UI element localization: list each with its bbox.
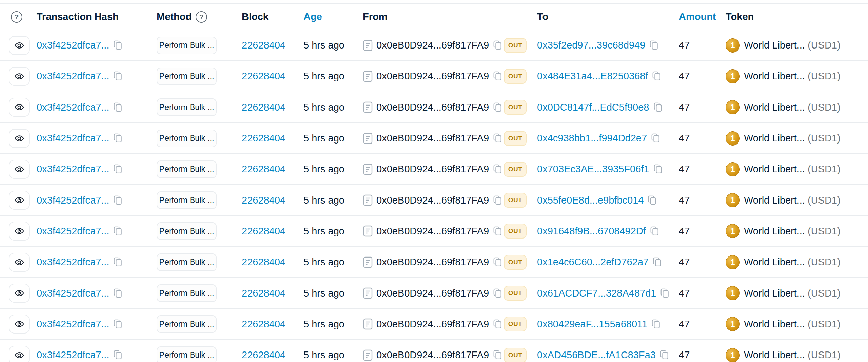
preview-tx-button[interactable]: [9, 222, 30, 241]
block-link[interactable]: 22628404: [242, 40, 285, 51]
copy-from-address-button[interactable]: [492, 256, 503, 268]
preview-tx-button[interactable]: [9, 129, 30, 148]
to-address-link[interactable]: 0x0DC8147f...EdC5f90e8: [537, 102, 649, 113]
copy-tx-hash-button[interactable]: [113, 40, 123, 51]
copy-tx-hash-button[interactable]: [113, 256, 123, 268]
copy-to-address-button[interactable]: [651, 71, 662, 82]
question-circle-icon[interactable]: ?: [11, 11, 22, 23]
preview-tx-button[interactable]: [9, 346, 30, 362]
copy-to-address-button[interactable]: [647, 195, 657, 206]
token-name-link[interactable]: World Libert...: [744, 319, 805, 330]
token-name-link[interactable]: World Libert...: [744, 71, 805, 82]
copy-from-address-button[interactable]: [492, 71, 503, 82]
block-link[interactable]: 22628404: [242, 164, 285, 175]
copy-to-address-button[interactable]: [652, 256, 663, 268]
tx-hash-link[interactable]: 0x3f4252dfca7...: [37, 195, 109, 206]
tx-hash-link[interactable]: 0x3f4252dfca7...: [37, 349, 109, 361]
method-filter-button[interactable]: Perform Bulk ...: [157, 68, 217, 85]
token-name-link[interactable]: World Libert...: [744, 256, 805, 268]
tx-hash-link[interactable]: 0x3f4252dfca7...: [37, 319, 109, 330]
copy-tx-hash-button[interactable]: [113, 133, 123, 144]
copy-from-address-button[interactable]: [492, 195, 503, 206]
copy-to-address-button[interactable]: [659, 349, 670, 361]
tx-hash-link[interactable]: 0x3f4252dfca7...: [37, 164, 109, 175]
copy-tx-hash-button[interactable]: [113, 349, 123, 361]
copy-from-address-button[interactable]: [492, 164, 503, 175]
block-link[interactable]: 22628404: [242, 195, 285, 206]
method-question-circle-icon[interactable]: ?: [196, 11, 207, 23]
copy-from-address-button[interactable]: [492, 226, 503, 237]
to-address-link[interactable]: 0x80429eaF...155a68011: [537, 319, 647, 330]
to-address-link[interactable]: 0x91648f9B...6708492Df: [537, 226, 646, 237]
method-filter-button[interactable]: Perform Bulk ...: [157, 37, 217, 54]
copy-to-address-button[interactable]: [649, 40, 659, 51]
method-filter-button[interactable]: Perform Bulk ...: [157, 253, 217, 271]
token-name-link[interactable]: World Libert...: [744, 164, 805, 175]
token-name-link[interactable]: World Libert...: [744, 195, 805, 206]
copy-from-address-button[interactable]: [492, 40, 503, 51]
copy-tx-hash-button[interactable]: [113, 195, 123, 206]
copy-tx-hash-button[interactable]: [113, 319, 123, 330]
block-link[interactable]: 22628404: [242, 226, 285, 237]
to-address-link[interactable]: 0x55fe0E8d...e9bfbc014: [537, 195, 644, 206]
tx-hash-link[interactable]: 0x3f4252dfca7...: [37, 40, 109, 51]
copy-from-address-button[interactable]: [492, 319, 503, 330]
method-filter-button[interactable]: Perform Bulk ...: [157, 130, 217, 147]
copy-to-address-button[interactable]: [659, 288, 670, 299]
tx-hash-link[interactable]: 0x3f4252dfca7...: [37, 71, 109, 82]
block-link[interactable]: 22628404: [242, 319, 285, 330]
token-name-link[interactable]: World Libert...: [744, 349, 805, 361]
copy-from-address-button[interactable]: [492, 349, 503, 361]
copy-to-address-button[interactable]: [651, 319, 661, 330]
preview-tx-button[interactable]: [9, 284, 30, 303]
method-filter-button[interactable]: Perform Bulk ...: [157, 315, 217, 333]
to-address-link[interactable]: 0xAD456BDE...fA1C83Fa3: [537, 349, 656, 361]
copy-tx-hash-button[interactable]: [113, 164, 123, 175]
copy-tx-hash-button[interactable]: [113, 226, 123, 237]
token-name-link[interactable]: World Libert...: [744, 226, 805, 237]
to-address-link[interactable]: 0x484E31a4...E8250368f: [537, 71, 648, 82]
method-filter-button[interactable]: Perform Bulk ...: [157, 160, 217, 178]
copy-from-address-button[interactable]: [492, 288, 503, 299]
preview-tx-button[interactable]: [9, 191, 30, 210]
block-link[interactable]: 22628404: [242, 71, 285, 82]
preview-tx-button[interactable]: [9, 98, 30, 117]
method-filter-button[interactable]: Perform Bulk ...: [157, 284, 217, 302]
method-filter-button[interactable]: Perform Bulk ...: [157, 346, 217, 362]
preview-tx-button[interactable]: [9, 36, 30, 55]
tx-hash-link[interactable]: 0x3f4252dfca7...: [37, 226, 109, 237]
preview-tx-button[interactable]: [9, 253, 30, 272]
copy-to-address-button[interactable]: [653, 164, 663, 175]
method-filter-button[interactable]: Perform Bulk ...: [157, 222, 217, 240]
to-address-link[interactable]: 0x1e4c6C60...2efD762a7: [537, 256, 649, 268]
header-amount-toggle[interactable]: Amount: [679, 11, 716, 22]
to-address-link[interactable]: 0x703Ec3AE...3935F06f1: [537, 164, 649, 175]
tx-hash-link[interactable]: 0x3f4252dfca7...: [37, 288, 109, 299]
to-address-link[interactable]: 0x61ACDCF7...328A487d1: [537, 288, 656, 299]
block-link[interactable]: 22628404: [242, 288, 285, 299]
copy-tx-hash-button[interactable]: [113, 288, 123, 299]
copy-tx-hash-button[interactable]: [113, 71, 123, 82]
method-filter-button[interactable]: Perform Bulk ...: [157, 98, 217, 116]
copy-from-address-button[interactable]: [492, 102, 503, 113]
preview-tx-button[interactable]: [9, 160, 30, 179]
preview-tx-button[interactable]: [9, 67, 30, 86]
token-name-link[interactable]: World Libert...: [744, 40, 805, 51]
block-link[interactable]: 22628404: [242, 133, 285, 144]
block-link[interactable]: 22628404: [242, 256, 285, 268]
copy-to-address-button[interactable]: [649, 226, 660, 237]
method-filter-button[interactable]: Perform Bulk ...: [157, 191, 217, 209]
token-name-link[interactable]: World Libert...: [744, 102, 805, 113]
tx-hash-link[interactable]: 0x3f4252dfca7...: [37, 256, 109, 268]
token-name-link[interactable]: World Libert...: [744, 133, 805, 144]
preview-tx-button[interactable]: [9, 315, 30, 334]
block-link[interactable]: 22628404: [242, 349, 285, 361]
to-address-link[interactable]: 0x4c938bb1...f994Dd2e7: [537, 133, 647, 144]
tx-hash-link[interactable]: 0x3f4252dfca7...: [37, 102, 109, 113]
copy-from-address-button[interactable]: [492, 133, 503, 144]
token-name-link[interactable]: World Libert...: [744, 288, 805, 299]
header-age-toggle[interactable]: Age: [303, 11, 322, 22]
block-link[interactable]: 22628404: [242, 102, 285, 113]
copy-to-address-button[interactable]: [650, 133, 661, 144]
to-address-link[interactable]: 0x35f2ed97...39c68d949: [537, 40, 645, 51]
